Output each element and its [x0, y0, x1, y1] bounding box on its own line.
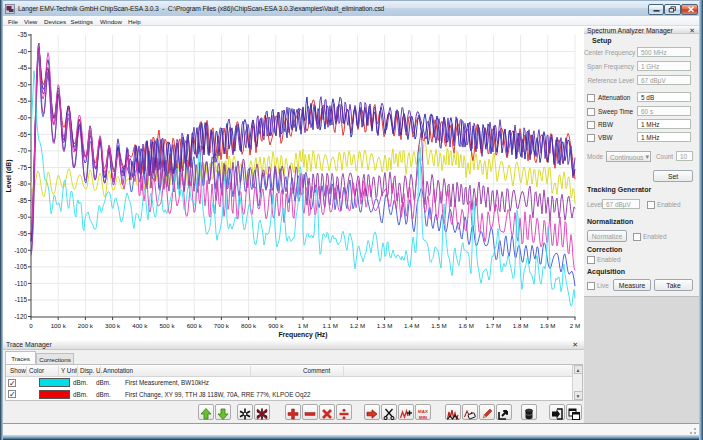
svg-text:-120: -120	[14, 313, 27, 320]
svg-text:MIN: MIN	[419, 415, 427, 420]
svg-text:1.5 M: 1.5 M	[431, 322, 446, 329]
svg-text:-110: -110	[15, 280, 28, 287]
svg-text:-40: -40	[18, 48, 28, 55]
svg-text:1.7 M: 1.7 M	[486, 322, 501, 329]
svg-text:-45: -45	[18, 64, 28, 71]
svg-text:-85: -85	[18, 197, 28, 204]
svg-text:-55: -55	[18, 97, 28, 104]
svg-text:900 k: 900 k	[268, 322, 284, 329]
svg-text:700 k: 700 k	[214, 322, 230, 329]
svg-text:1.2 M: 1.2 M	[350, 322, 365, 329]
svg-text:-100: -100	[14, 247, 27, 254]
svg-text:400 k: 400 k	[132, 322, 148, 329]
svg-text:-50: -50	[18, 81, 28, 88]
svg-text:1.1 M: 1.1 M	[322, 322, 337, 329]
svg-text:1.4 M: 1.4 M	[404, 322, 419, 329]
svg-text:-35: -35	[18, 31, 28, 38]
svg-text:800 k: 800 k	[241, 322, 257, 329]
svg-text:200 k: 200 k	[78, 322, 94, 329]
svg-text:100 k: 100 k	[51, 322, 67, 329]
svg-text:-90: -90	[18, 213, 28, 220]
svg-text:-60: -60	[18, 114, 28, 121]
svg-text:-95: -95	[18, 230, 28, 237]
svg-text:-70: -70	[18, 147, 28, 154]
svg-text:-115: -115	[15, 296, 28, 303]
svg-text:-80: -80	[18, 180, 28, 187]
svg-text:-65: -65	[18, 131, 28, 138]
svg-text:1 M: 1 M	[298, 322, 308, 329]
svg-text:MAX: MAX	[418, 409, 428, 414]
svg-text:1.3 M: 1.3 M	[377, 322, 392, 329]
svg-text:1.9 M: 1.9 M	[540, 322, 555, 329]
svg-text:2 M: 2 M	[570, 322, 580, 329]
svg-text:Frequency (Hz): Frequency (Hz)	[278, 331, 327, 339]
svg-text:0: 0	[29, 322, 33, 329]
svg-text:-75: -75	[18, 164, 28, 171]
svg-text:500 k: 500 k	[159, 322, 175, 329]
svg-text:Level (dB): Level (dB)	[5, 160, 13, 193]
svg-text:1.6 M: 1.6 M	[458, 322, 473, 329]
svg-text:-105: -105	[14, 263, 27, 270]
svg-text:1.8 M: 1.8 M	[513, 322, 528, 329]
svg-text:600 k: 600 k	[187, 322, 203, 329]
svg-text:300 k: 300 k	[105, 322, 121, 329]
